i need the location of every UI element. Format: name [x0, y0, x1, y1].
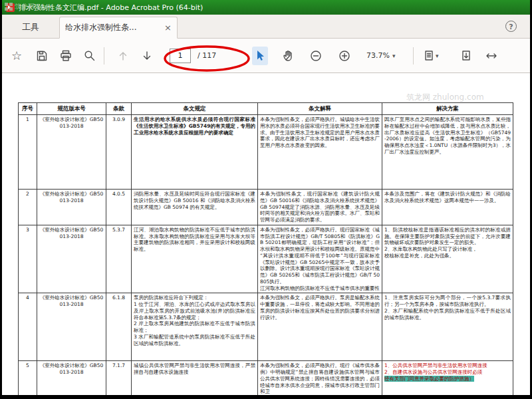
solution-line: 1、公共供水管网严禁与非生活饮用水管网连接: [384, 362, 487, 368]
previous-page-icon[interactable]: [116, 48, 130, 64]
solution-line: 2、自建供水设施与公共供水管网连接时必须: [384, 369, 482, 375]
col-header-clause: 条款: [106, 103, 132, 115]
clause-cell: 4.0.5: [106, 190, 132, 225]
explanation-cell: 本条为强制性条文，必须严格执行。城镇给水中生活饮用水的水质必须符合国家现行生活饮…: [258, 115, 382, 190]
clause-cell: 3.0.9: [106, 115, 132, 190]
col-header-solution: 解决方案: [382, 103, 513, 115]
page-number-field[interactable]: [170, 49, 191, 63]
tab-tools[interactable]: 工具: [7, 17, 54, 38]
clause-cell: 5.3.7: [106, 225, 132, 293]
solution-line-highlighted: 经有关部门同意并采取必要的防护措施）: [384, 376, 474, 382]
standard-cell: 《室外给水设计标准》GB50013-2018: [37, 293, 106, 361]
table-header-row: 序号 规范版本号 条款 条文规定 条文解释 解决方案: [19, 103, 513, 115]
explanation-cell: 本条为强制性条文，现行国家标准《建筑设计防火规范》GB 50016和《消防给水及…: [258, 190, 382, 225]
window-title: 排水强制性条文汇编.pdf - Adobe Acrobat Pro (64-bi…: [19, 3, 203, 13]
print-icon[interactable]: [59, 48, 72, 64]
provision-cell: 生活用水的给水系统供水水质必须符合现行国家标准《生活饮用水卫生标准》GB5749…: [132, 115, 258, 190]
row-number-cell: 5: [19, 361, 37, 395]
page-display-menu-icon[interactable]: ▾: [422, 48, 439, 64]
table-row: 5 《室外给水设计标准》GB50013-2018 7.1.7 城镇公共供水管网严…: [19, 361, 513, 395]
table-row: 3 《室外给水设计标准》GB50013-2018 5.3.7 江河、湖泊取水构筑…: [19, 225, 513, 293]
chevron-down-icon: ▾: [392, 53, 396, 59]
zoom-level-dropdown[interactable]: 73.7% ▾: [366, 48, 395, 64]
next-page-icon[interactable]: [140, 48, 154, 64]
help-icon[interactable]: ?: [505, 21, 517, 32]
col-header-provision: 条文规定: [132, 103, 258, 115]
standard-cell: 《室外给水设计标准》GB50013-2018: [37, 225, 106, 293]
select-tool-icon[interactable]: [252, 47, 268, 65]
zoom-in-icon[interactable]: [338, 48, 351, 64]
doc-watermark: 筑龙网 zhulong.com: [406, 92, 484, 103]
provision-cell: 城镇公共供水管网严禁与非生活饮用水管网连接，严禁擅自与自建供水设施连接: [132, 361, 258, 395]
col-header-explanation: 条文解释: [258, 103, 382, 115]
close-icon[interactable]: ×: [164, 23, 172, 33]
solution-cell: 1、防洪校核标准是指遇该标准相应的洪水时的标准或措施。在保障主要防护对象防洪安全…: [382, 225, 513, 293]
provisions-table: 序号 规范版本号 条款 条文规定 条文解释 解决方案 1 《室外给水设计标准》G…: [18, 102, 513, 395]
zoom-level-value: 73.7%: [366, 51, 390, 60]
toolbar-separator: [104, 47, 104, 65]
toolbar-separator: [413, 47, 414, 65]
solution-cell: 1、公共供水管网严禁与非生活饮用水管网连接 2、自建供水设施与公共供水管网连接时…: [382, 361, 513, 395]
page-count-label: / 117: [194, 48, 216, 64]
toolbar: ☆ / 117: [2, 39, 530, 73]
favorites-star-icon[interactable]: ☆: [11, 48, 22, 64]
provision-cell: 泵房的防洪标准应符合下列规定： 1 位于江河、湖泊、水库的江心式或岸边式取水泵房…: [132, 293, 258, 361]
pdf-page: 筑龙网 zhulong.com 序号 规范版本号 条款 条文规定 条文解释 解决…: [2, 73, 530, 395]
clause-cell: 7.1.7: [106, 361, 132, 395]
title-bar: 排水强制性条文汇编.pdf - Adobe Acrobat Pro (64-bi…: [2, 0, 530, 15]
save-icon[interactable]: [35, 48, 49, 64]
col-header-num: 序号: [19, 103, 37, 115]
standard-cell: 《室外给水设计标准》GB50013-2018: [37, 190, 106, 225]
clause-cell: 6.1.8: [106, 293, 132, 361]
zoom-out-icon[interactable]: [309, 48, 323, 64]
explanation-cell: 本条为强制性条文，必须严格执行。现行《城市供水条例》中明确规定“禁止擅自将自建设…: [258, 361, 382, 395]
standard-cell: 《室外给水设计标准》GB50013-2018: [37, 361, 106, 395]
col-header-standard: 规范版本号: [37, 103, 106, 115]
explanation-cell: 本条为强制性条文，必须严格执行。现行国家标准《城市防洪工程设计规范》GB/T 5…: [258, 225, 382, 293]
search-icon[interactable]: [83, 48, 96, 64]
hand-tool-icon[interactable]: [281, 48, 295, 64]
row-number-cell: 4: [19, 293, 37, 361]
acrobat-app-icon: [6, 3, 15, 12]
tab-document[interactable]: 给水排水强制性条... ×: [59, 17, 178, 39]
solution-cell: 因水厂至用水点之间的输配水系统可能影响水质，某些指标在输配水过程中会增加或降低，…: [382, 115, 513, 190]
row-number-cell: 3: [19, 225, 37, 293]
fit-width-icon[interactable]: [485, 48, 498, 64]
solution-cell: 本条涉及范围广，将在《建筑设计防火规范》和《消防给水及消火栓系统技术规范》这两本…: [382, 190, 513, 225]
row-number-cell: 2: [19, 190, 37, 225]
tab-bar: 工具 给水排水强制性条... × ?: [2, 15, 530, 39]
table-row: 2 《室外给水设计标准》GB50013-2018 4.0.5 消防用水量、水压及…: [19, 190, 513, 225]
table-row: 1 《室外给水设计标准》GB50013-2018 3.0.9 生活用水的给水系统…: [19, 115, 513, 190]
table-row: 4 《室外给水设计标准》GB50013-2018 6.1.8 泵房的防洪标准应符…: [19, 293, 513, 361]
tab-document-label: 给水排水强制性条...: [65, 22, 160, 33]
acrobat-window: 排水强制性条文汇编.pdf - Adobe Acrobat Pro (64-bi…: [2, 0, 530, 395]
standard-cell: 《室外给水设计标准》GB50013-2018: [37, 115, 106, 190]
chevron-down-icon: ▾: [436, 53, 439, 59]
scrolling-mode-icon[interactable]: [460, 48, 473, 64]
provision-cell: 江河、湖泊取水构筑物的防洪标准不应低于城市的防洪标准。水库取水构筑物的防洪标准应…: [132, 225, 258, 293]
row-number-cell: 1: [19, 115, 37, 190]
page-number-input[interactable]: [170, 48, 191, 64]
explanation-cell: 本条为强制性条文，必须严格执行。泵房是输配水系统中重要设施，一旦停役，将造成较大…: [258, 293, 382, 361]
provision-cell: 消防用水量、水压及延续时间应符合现行国家标准《建筑设计防火规范》GB 50016…: [132, 190, 258, 225]
solution-cell: 1、注意泵房实际可分为两个部分，一个按5.3.7要求执行；另一个为泵房本身，按城…: [382, 293, 513, 361]
